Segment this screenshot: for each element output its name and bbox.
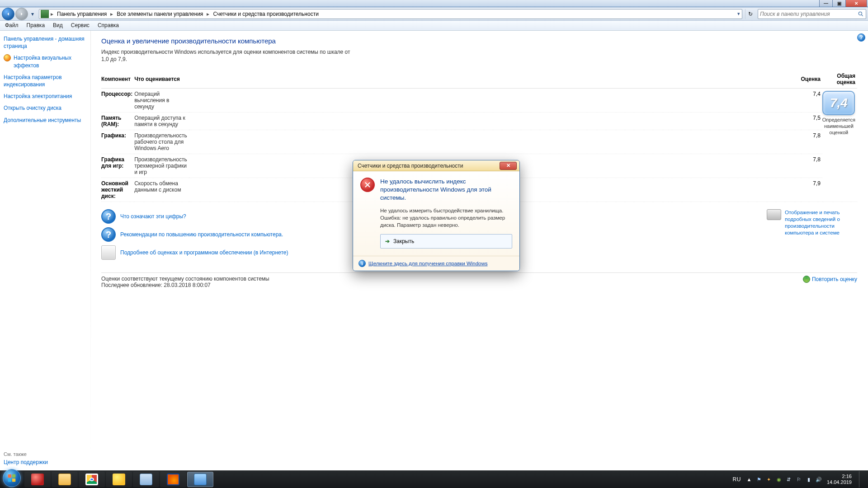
tray-time: 2:16 bbox=[827, 474, 852, 479]
taskbar-app-explorer[interactable] bbox=[52, 472, 78, 487]
row-score: 7,8 bbox=[801, 130, 822, 154]
app-icon bbox=[31, 474, 44, 485]
computer-icon bbox=[41, 10, 49, 18]
chevron-right-icon[interactable]: ▸ bbox=[109, 11, 114, 17]
chrome-icon bbox=[85, 474, 98, 485]
chevron-right-icon[interactable]: ▸ bbox=[206, 11, 210, 17]
sidebar-item-indexing[interactable]: Настройка параметров индексирования bbox=[4, 74, 87, 88]
row-desc: Производительность трехмерной графики и … bbox=[134, 154, 189, 178]
shield-icon bbox=[4, 54, 11, 61]
breadcrumb-seg-2[interactable]: Счетчики и средства производительности bbox=[210, 9, 321, 19]
dialog-title: Счетчики и средства производительности bbox=[358, 163, 463, 169]
menu-edit[interactable]: Правка bbox=[23, 21, 49, 30]
table-row: Графика: Производительность рабочего сто… bbox=[101, 130, 857, 154]
tray-bluetooth-icon[interactable]: ⚑ bbox=[755, 476, 763, 483]
sidebar-item-cleanup[interactable]: Открыть очистку диска bbox=[4, 104, 87, 112]
link-what-numbers[interactable]: Что означают эти цифры? bbox=[120, 213, 186, 220]
footer-status-line1: Оценки соответствуют текущему состоянию … bbox=[101, 276, 269, 282]
nav-back-button[interactable] bbox=[2, 8, 14, 20]
printer-icon bbox=[767, 209, 781, 220]
info-icon: i bbox=[359, 260, 366, 267]
taskbar-app-control-panel[interactable] bbox=[187, 472, 213, 487]
taskbar-app-1[interactable] bbox=[24, 472, 51, 487]
taskbar-app-5[interactable] bbox=[133, 472, 159, 487]
rerun-assessment[interactable]: Повторить оценку bbox=[803, 276, 857, 283]
search-box[interactable] bbox=[758, 9, 866, 19]
nav-row: ▾ ▸ Панель управления ▸ Все элементы пан… bbox=[0, 7, 868, 21]
menu-file[interactable]: Файл bbox=[1, 21, 23, 30]
tray-action-center-icon[interactable]: ⚐ bbox=[795, 476, 802, 483]
sidebar-item-power[interactable]: Настройка электропитания bbox=[4, 93, 87, 100]
document-icon bbox=[101, 245, 116, 260]
col-score: Оценка bbox=[801, 71, 822, 89]
search-input[interactable] bbox=[760, 11, 857, 17]
sidebar-item-home[interactable]: Панель управления - домашняя страница bbox=[4, 35, 87, 50]
show-desktop-button[interactable] bbox=[859, 471, 863, 488]
question-icon: ? bbox=[101, 209, 116, 224]
chevron-down-icon[interactable]: ▾ bbox=[737, 11, 740, 17]
table-row: Память (RAM): Операций доступа к памяти … bbox=[101, 113, 857, 130]
taskbar-app-4[interactable] bbox=[106, 472, 132, 487]
svg-rect-4 bbox=[8, 479, 11, 482]
refresh-button[interactable]: ↻ bbox=[745, 9, 755, 19]
row-component: Процессор: bbox=[101, 89, 134, 113]
nav-history-dropdown[interactable]: ▾ bbox=[29, 9, 36, 19]
link-more-online[interactable]: Подробнее об оценках и программном обесп… bbox=[120, 249, 288, 256]
sidebar-item-advanced[interactable]: Дополнительные инструменты bbox=[4, 117, 87, 124]
input-language[interactable]: RU bbox=[733, 476, 741, 483]
base-score-badge: 7,4 bbox=[822, 91, 855, 115]
error-dialog: Счетчики и средства производительности ✕… bbox=[353, 160, 520, 271]
tray-clock[interactable]: 2:16 14.04.2019 bbox=[827, 474, 852, 485]
tray-network-icon[interactable]: ⇵ bbox=[785, 476, 793, 483]
row-score: 7,5 bbox=[801, 113, 822, 130]
tray-volume-icon[interactable]: 🔊 bbox=[815, 476, 822, 483]
refresh-icon bbox=[803, 276, 810, 283]
page-subtitle: Индекс производительности Windows исполь… bbox=[101, 48, 354, 63]
svg-line-1 bbox=[861, 14, 863, 16]
start-button[interactable] bbox=[3, 469, 21, 487]
emoji-icon bbox=[113, 474, 125, 485]
sidebar-item-visual-effects[interactable]: Настройка визуальных эффектов bbox=[4, 54, 87, 69]
svg-rect-5 bbox=[12, 479, 15, 482]
menu-bar: Файл Правка Вид Сервис Справка bbox=[0, 21, 868, 31]
dialog-heading: Не удалось вычислить индекс производител… bbox=[380, 178, 512, 202]
dialog-titlebar[interactable]: Счетчики и средства производительности ✕ bbox=[353, 160, 519, 171]
chevron-right-icon[interactable]: ▸ bbox=[50, 11, 54, 17]
taskbar-app-firefox[interactable] bbox=[160, 472, 186, 487]
breadcrumb[interactable]: ▸ Панель управления ▸ Все элементы панел… bbox=[39, 9, 742, 19]
link-recommendations[interactable]: Рекомендации по повышению производительн… bbox=[120, 231, 283, 238]
taskbar-app-chrome[interactable] bbox=[79, 472, 105, 487]
footer-status-line2: Последнее обновление: 28.03.2018 8:00:07 bbox=[101, 282, 269, 288]
menu-view[interactable]: Вид bbox=[49, 21, 67, 30]
tray-app-icon[interactable]: ✦ bbox=[765, 476, 773, 483]
help-icon[interactable]: ? bbox=[857, 33, 865, 42]
dialog-close-action[interactable]: ➔ Закрыть bbox=[380, 234, 512, 249]
rerun-label[interactable]: Повторить оценку bbox=[812, 276, 857, 282]
menu-service[interactable]: Сервис bbox=[67, 21, 94, 30]
sidebar-item-label: Настройка визуальных эффектов bbox=[14, 54, 87, 69]
arrow-right-icon: ➔ bbox=[385, 238, 390, 244]
search-icon[interactable] bbox=[857, 10, 864, 18]
tray-nvidia-icon[interactable]: ◉ bbox=[775, 476, 783, 483]
row-desc: Производительность рабочего стола для Wi… bbox=[134, 130, 189, 154]
breadcrumb-seg-1[interactable]: Все элементы панели управления bbox=[114, 9, 206, 19]
tray-power-icon[interactable]: ▮ bbox=[805, 476, 812, 483]
folder-icon bbox=[58, 474, 71, 485]
print-details-link[interactable]: Отображение и печать подробных сведений … bbox=[767, 209, 857, 236]
taskbar: RU ▲ ⚑ ✦ ◉ ⇵ ⚐ ▮ 🔊 2:16 14.04.2019 bbox=[0, 470, 868, 488]
window-icon bbox=[140, 474, 152, 485]
menu-help[interactable]: Справка bbox=[94, 21, 123, 30]
svg-point-0 bbox=[859, 12, 862, 15]
tray-show-hidden[interactable]: ▲ bbox=[745, 476, 753, 483]
row-component: Графика для игр: bbox=[101, 154, 134, 178]
error-icon bbox=[360, 178, 375, 192]
svg-rect-3 bbox=[12, 474, 15, 478]
dialog-help-link[interactable]: Щелкните здесь для получения справки Win… bbox=[368, 261, 488, 266]
sidebar-item-action-center[interactable]: Центр поддержки bbox=[4, 459, 87, 466]
dialog-close-button[interactable]: ✕ bbox=[500, 162, 517, 170]
row-desc: Операций вычисления в секунду bbox=[134, 89, 189, 113]
print-details-label[interactable]: Отображение и печать подробных сведений … bbox=[785, 209, 857, 236]
dialog-action-label: Закрыть bbox=[393, 238, 414, 244]
breadcrumb-seg-0[interactable]: Панель управления bbox=[54, 9, 109, 19]
nav-forward-button[interactable] bbox=[15, 8, 28, 20]
